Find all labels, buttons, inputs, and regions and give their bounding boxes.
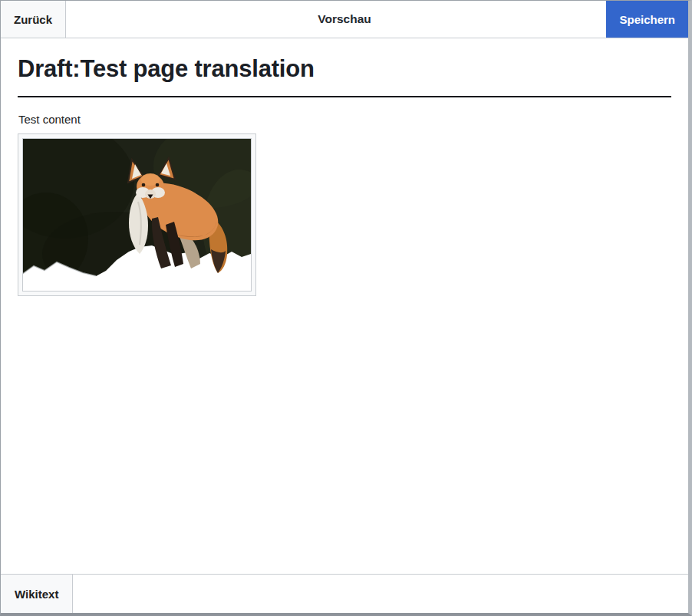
fox-photo [23, 139, 251, 291]
dialog-header: Zurück Vorschau Speichern [1, 1, 688, 38]
save-button[interactable]: Speichern [606, 1, 688, 38]
dialog-footer: Wikitext [1, 574, 688, 613]
image-thumbnail-border [22, 138, 252, 292]
wikitext-button[interactable]: Wikitext [1, 575, 73, 613]
image-thumbnail-frame [18, 133, 256, 296]
preview-surface: Draft:Test page translation Test content [1, 38, 688, 296]
page-title: Draft:Test page translation [18, 54, 671, 97]
save-dialog-window: Zurück Vorschau Speichern Draft:Test pag… [0, 0, 692, 616]
dialog-title: Vorschau [1, 1, 688, 38]
body-paragraph: Test content [18, 113, 671, 126]
back-button[interactable]: Zurück [1, 1, 66, 38]
